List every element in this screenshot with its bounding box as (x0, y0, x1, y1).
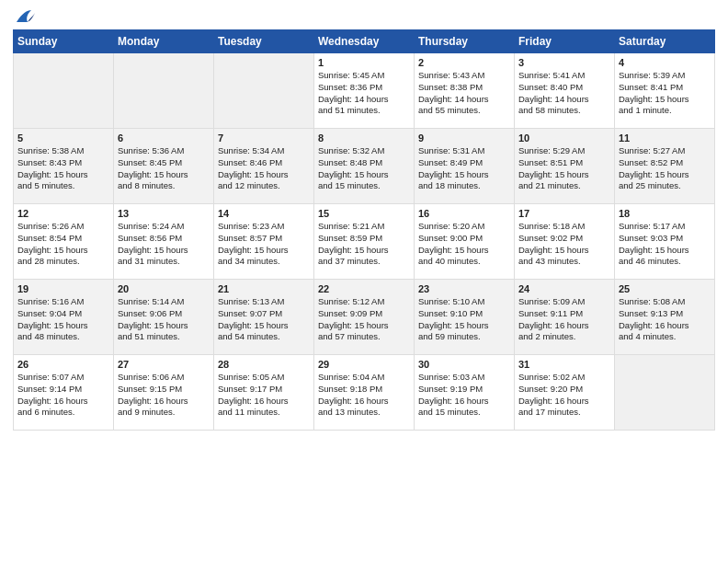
day-info-line: Sunrise: 5:36 AM (118, 145, 210, 157)
day-info-line: Sunset: 9:17 PM (218, 384, 310, 396)
calendar-cell: 19Sunrise: 5:16 AMSunset: 9:04 PMDayligh… (14, 280, 114, 355)
day-info-line: Daylight: 16 hours (318, 396, 410, 408)
day-info-line: Sunset: 8:54 PM (17, 233, 109, 245)
day-info-line: Sunrise: 5:27 AM (619, 145, 711, 157)
calendar-cell: 21Sunrise: 5:13 AMSunset: 9:07 PMDayligh… (214, 280, 314, 355)
day-info-line: Sunrise: 5:18 AM (518, 221, 610, 233)
day-info-line: Daylight: 15 hours (218, 169, 310, 181)
calendar-table: SundayMondayTuesdayWednesdayThursdayFrid… (13, 29, 715, 431)
day-info-line: and 34 minutes. (218, 256, 310, 268)
day-info-line: Sunset: 8:45 PM (118, 157, 210, 169)
day-info-line: Sunrise: 5:14 AM (118, 296, 210, 308)
day-info-line: Daylight: 16 hours (619, 320, 711, 332)
day-info-line: Daylight: 15 hours (17, 320, 109, 332)
calendar-cell: 31Sunrise: 5:02 AMSunset: 9:20 PMDayligh… (515, 355, 615, 431)
day-info-line: Daylight: 15 hours (318, 245, 410, 257)
calendar-cell: 26Sunrise: 5:07 AMSunset: 9:14 PMDayligh… (14, 355, 114, 431)
day-info-line: Sunset: 8:38 PM (418, 82, 510, 94)
day-info-line: Sunset: 9:02 PM (518, 233, 610, 245)
day-info-line: Sunrise: 5:05 AM (218, 372, 310, 384)
day-info-line: Daylight: 15 hours (619, 94, 711, 106)
day-info-line: and 51 minutes. (318, 105, 410, 117)
day-number: 5 (17, 132, 109, 144)
day-info-line: and 9 minutes. (118, 407, 210, 419)
calendar-cell: 20Sunrise: 5:14 AMSunset: 9:06 PMDayligh… (114, 280, 214, 355)
day-info-line: and 58 minutes. (518, 105, 610, 117)
day-info-line: and 2 minutes. (518, 331, 610, 343)
calendar-week-row: 19Sunrise: 5:16 AMSunset: 9:04 PMDayligh… (14, 280, 715, 355)
logo-bird-icon (15, 9, 35, 26)
day-info-line: Daylight: 15 hours (17, 169, 109, 181)
day-info-line: and 28 minutes. (17, 256, 109, 268)
day-info-line: Daylight: 15 hours (318, 320, 410, 332)
day-info-line: Daylight: 14 hours (418, 94, 510, 106)
day-info-line: Sunrise: 5:23 AM (218, 221, 310, 233)
day-info-line: and 8 minutes. (118, 180, 210, 192)
day-info-line: and 18 minutes. (418, 180, 510, 192)
day-number: 16 (418, 208, 510, 219)
day-info-line: Sunrise: 5:34 AM (218, 145, 310, 157)
day-info-line: and 43 minutes. (518, 256, 610, 268)
day-info-line: Sunset: 9:11 PM (518, 308, 610, 320)
day-info-line: Sunset: 9:15 PM (118, 384, 210, 396)
calendar-week-row: 12Sunrise: 5:26 AMSunset: 8:54 PMDayligh… (14, 204, 715, 280)
day-info-line: Sunrise: 5:07 AM (17, 372, 109, 384)
calendar-cell: 30Sunrise: 5:03 AMSunset: 9:19 PMDayligh… (415, 355, 515, 431)
day-info-line: Sunset: 8:52 PM (619, 157, 711, 169)
day-info-line: Daylight: 16 hours (518, 396, 610, 408)
day-number: 8 (318, 132, 410, 144)
day-number: 1 (318, 57, 410, 68)
weekday-header-saturday: Saturday (615, 30, 715, 53)
calendar-cell: 25Sunrise: 5:08 AMSunset: 9:13 PMDayligh… (615, 280, 715, 355)
calendar-cell: 23Sunrise: 5:10 AMSunset: 9:10 PMDayligh… (415, 280, 515, 355)
day-info-line: Daylight: 15 hours (619, 169, 711, 181)
day-info-line: Sunset: 9:04 PM (17, 308, 109, 320)
day-info-line: Daylight: 14 hours (318, 94, 410, 106)
day-number: 9 (418, 132, 510, 144)
day-info-line: Sunset: 8:49 PM (418, 157, 510, 169)
calendar-cell: 8Sunrise: 5:32 AMSunset: 8:48 PMDaylight… (314, 129, 415, 204)
day-info-line: Sunset: 9:10 PM (418, 308, 510, 320)
day-info-line: Sunset: 9:09 PM (318, 308, 410, 320)
day-info-line: and 15 minutes. (318, 180, 410, 192)
day-info-line: Sunset: 9:00 PM (418, 233, 510, 245)
day-info-line: Daylight: 15 hours (518, 169, 610, 181)
day-info-line: and 12 minutes. (218, 180, 310, 192)
calendar-cell (214, 53, 314, 129)
day-info-line: Sunrise: 5:43 AM (418, 70, 510, 82)
calendar-cell: 11Sunrise: 5:27 AMSunset: 8:52 PMDayligh… (615, 129, 715, 204)
day-info-line: Sunrise: 5:10 AM (418, 296, 510, 308)
day-number: 4 (619, 57, 711, 68)
day-info-line: and 40 minutes. (418, 256, 510, 268)
day-info-line: Sunrise: 5:03 AM (418, 372, 510, 384)
day-info-line: and 6 minutes. (17, 407, 109, 419)
day-info-line: Daylight: 15 hours (619, 245, 711, 257)
day-info-line: and 59 minutes. (418, 331, 510, 343)
day-info-line: Sunrise: 5:45 AM (318, 70, 410, 82)
page-container: SundayMondayTuesdayWednesdayThursdayFrid… (0, 0, 728, 438)
day-number: 13 (118, 208, 210, 219)
calendar-cell (114, 53, 214, 129)
day-info-line: Sunset: 9:19 PM (418, 384, 510, 396)
day-info-line: Sunset: 8:56 PM (118, 233, 210, 245)
calendar-cell (14, 53, 114, 129)
weekday-header-wednesday: Wednesday (314, 30, 415, 53)
calendar-header-row: SundayMondayTuesdayWednesdayThursdayFrid… (14, 30, 715, 53)
day-number: 22 (318, 283, 410, 294)
day-info-line: and 57 minutes. (318, 331, 410, 343)
day-info-line: Daylight: 15 hours (118, 169, 210, 181)
day-info-line: Sunrise: 5:26 AM (17, 221, 109, 233)
calendar-week-row: 1Sunrise: 5:45 AMSunset: 8:36 PMDaylight… (14, 53, 715, 129)
day-info-line: and 21 minutes. (518, 180, 610, 192)
calendar-cell: 4Sunrise: 5:39 AMSunset: 8:41 PMDaylight… (615, 53, 715, 129)
day-info-line: and 15 minutes. (418, 407, 510, 419)
day-info-line: and 48 minutes. (17, 331, 109, 343)
weekday-header-tuesday: Tuesday (214, 30, 314, 53)
day-info-line: Sunset: 8:51 PM (518, 157, 610, 169)
day-info-line: Sunrise: 5:31 AM (418, 145, 510, 157)
logo (13, 9, 35, 22)
day-number: 29 (318, 359, 410, 370)
day-number: 7 (218, 132, 310, 144)
day-info-line: Daylight: 15 hours (218, 245, 310, 257)
day-info-line: Sunrise: 5:04 AM (318, 372, 410, 384)
